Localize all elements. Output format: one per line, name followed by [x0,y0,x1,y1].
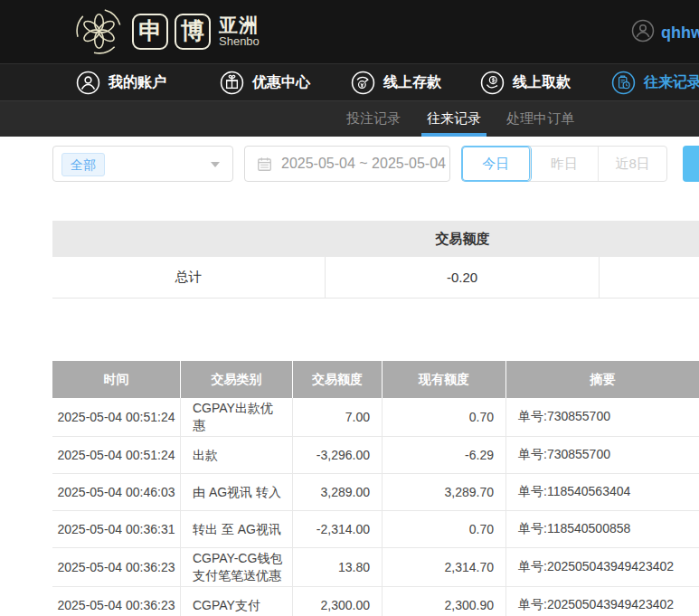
brand-logo: 申 博 亚洲 Shenbo [74,6,260,56]
date-range-picker[interactable]: 2025-05-04 ~ 2025-05-04 [244,146,450,182]
table-cell: -6.29 [383,437,506,473]
table-cell: 2025-05-04 00:51:24 [52,437,181,473]
table-cell: CGPAY出款优惠 [181,398,293,436]
table-cell: 0.70 [383,511,506,547]
column-header: 交易类别 [181,361,293,398]
summary-total-value: -0.20 [326,257,600,298]
summary-total-row: 总计 -0.20 [52,257,699,299]
table-cell: 7.00 [293,398,383,436]
flower-logo-icon [74,6,124,56]
table-cell: 出款 [181,437,293,473]
table-cell: 单号:730855700 [506,437,699,473]
table-cell: 2,314.70 [383,548,506,586]
deposit-icon [351,71,375,95]
column-header: 现有额度 [383,361,506,398]
main-nav: 我的账户 优惠中心 线上存款 线上取款 往来记录 [0,63,699,100]
nav-item-gift[interactable]: 优惠中心 [220,64,310,100]
summary-empty-cell [600,257,699,298]
table-cell: 单号:202505043949423402 [506,548,699,586]
table-cell: 2025-05-04 00:51:24 [52,398,181,436]
tab-3[interactable]: 处理中订单 [501,101,580,137]
table-cell: 0.70 [383,398,506,436]
gift-icon [220,71,244,95]
nav-item-user[interactable]: 我的账户 [76,64,166,100]
account-menu[interactable]: qhhw [631,19,699,46]
table-cell: 2025-05-04 00:36:23 [52,587,181,616]
table-cell: 2025-05-04 00:36:31 [52,511,181,547]
table-cell: 单号:730855700 [506,398,699,436]
table-cell: 单号:118540563404 [506,474,699,510]
brand-region: 亚洲 [219,15,260,35]
chevron-down-icon [211,162,220,167]
search-button[interactable] [683,146,699,182]
table-row: 2025-05-04 00:36:23CGPAY-CG钱包支付笔笔送优惠13.8… [52,548,699,587]
brand-english: Shenbo [219,35,260,48]
quick-range-button-3[interactable]: 近8日 [599,147,666,181]
table-cell: -3,296.00 [293,437,383,473]
table-cell: -2,314.00 [293,511,383,547]
nav-item-deposit[interactable]: 线上存款 [351,64,441,100]
nav-item-label: 优惠中心 [252,73,310,92]
withdraw-icon [480,71,505,95]
brand-name-boxes: 申 博 [132,14,211,50]
summary-table: 交易额度 总计 -0.20 [52,221,699,299]
table-cell: 2,300.90 [383,587,506,616]
table-cell: 转出 至 AG视讯 [181,511,293,547]
records-table: 时间交易类别交易额度现有额度摘要 2025-05-04 00:51:24CGPA… [52,361,699,616]
quick-range-group: 今日昨日近8日 [461,146,667,182]
sub-nav: 投注记录往来记录处理中订单 [0,100,699,137]
nav-item-label: 我的账户 [109,73,166,92]
table-cell: CGPAY支付 [181,587,293,616]
calendar-icon [256,156,273,173]
nav-item-label: 往来记录 [644,73,699,92]
column-header: 摘要 [506,361,699,398]
table-cell: 单号:118540500858 [506,511,699,547]
quick-range-button-2[interactable]: 昨日 [531,147,600,181]
table-row: 2025-05-04 00:46:03由 AG视讯 转入3,289.003,28… [52,474,699,511]
tab-2[interactable]: 往来记录 [421,101,486,137]
nav-item-records[interactable]: 往来记录 [611,64,699,100]
username-label[interactable]: qhhw [661,24,699,43]
table-cell: 由 AG视讯 转入 [181,474,293,510]
type-filter-selected-tag[interactable]: 全部 [61,153,105,176]
table-cell: 13.80 [293,548,383,586]
records-icon [611,71,636,95]
date-range-value: 2025-05-04 ~ 2025-05-04 [281,156,446,172]
summary-header-row: 交易额度 [52,221,699,257]
column-header: 时间 [52,361,181,398]
table-cell: 单号:202505043949423402 [506,587,699,616]
table-cell: 2025-05-04 00:46:03 [52,474,181,510]
records-table-header: 时间交易类别交易额度现有额度摘要 [52,361,699,398]
top-bar: 申 博 亚洲 Shenbo qhhw [0,0,699,63]
table-cell: 3,289.70 [383,474,506,510]
table-row: 2025-05-04 00:36:23CGPAY支付2,300.002,300.… [52,587,699,616]
column-header: 交易额度 [293,361,383,398]
table-cell: 2,300.00 [293,587,383,616]
brand-char-2: 博 [175,14,211,50]
nav-item-label: 线上存款 [383,73,441,92]
quick-range-button-1[interactable]: 今日 [462,147,531,181]
table-row: 2025-05-04 00:51:24出款-3,296.00-6.29单号:73… [52,437,699,474]
table-cell: 2025-05-04 00:36:23 [52,548,181,586]
summary-total-label: 总计 [52,257,326,298]
brand-char-1: 申 [132,14,168,50]
user-icon [76,71,100,95]
type-filter-select[interactable]: 全部 [52,146,233,182]
table-row: 2025-05-04 00:36:31转出 至 AG视讯-2,314.000.7… [52,511,699,548]
summary-header-label: 交易额度 [326,221,600,257]
records-table-body: 2025-05-04 00:51:24CGPAY出款优惠7.000.70单号:7… [52,398,699,616]
nav-item-withdraw[interactable]: 线上取款 [480,64,571,100]
nav-item-label: 线上取款 [513,73,571,92]
table-cell: CGPAY-CG钱包支付笔笔送优惠 [181,548,293,586]
avatar-icon [631,19,655,46]
table-row: 2025-05-04 00:51:24CGPAY出款优惠7.000.70单号:7… [52,398,699,437]
tab-1[interactable]: 投注记录 [341,101,406,137]
table-cell: 3,289.00 [293,474,383,510]
